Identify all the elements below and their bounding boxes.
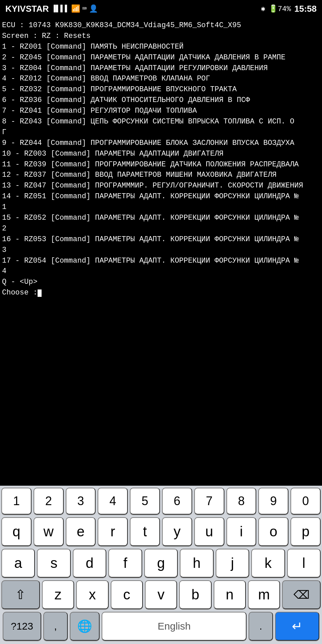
terminal-line: 4 - RZ012 [Command] ВВОД ПАРАМЕТРОВ КЛАП… — [2, 73, 320, 84]
key-o[interactable]: o — [258, 517, 288, 546]
period-key[interactable]: . — [249, 612, 273, 641]
terminal-line: Choose : — [2, 287, 320, 298]
key-d[interactable]: d — [73, 549, 106, 578]
key-i[interactable]: i — [226, 517, 257, 546]
key-c[interactable]: c — [111, 580, 143, 609]
key-u[interactable]: u — [194, 517, 224, 546]
backspace-icon: ⌫ — [293, 588, 310, 601]
terminal-line: 6 - RZ036 [Command] ДАТЧИК ОТНОСИТЕЛЬНОГ… — [2, 95, 320, 106]
status-left: KYIVSTAR ▐▌▌▌ 📶 ⌨ 👤 — [5, 4, 98, 14]
key-2[interactable]: 2 — [34, 488, 64, 515]
time-label: 15:58 — [294, 4, 317, 14]
key-x[interactable]: x — [76, 580, 108, 609]
terminal-line: 1 - RZ001 [Command] ПАМЯТЬ НЕИСПРАВНОСТЕ… — [2, 42, 320, 52]
user-icon: 👤 — [89, 4, 98, 13]
terminal-line: 7 - RZ041 [Command] РЕГУЛЯТОР ПОДАЧИ ТОП… — [2, 106, 320, 116]
key-w[interactable]: w — [34, 517, 64, 546]
num123-key[interactable]: ?123 — [3, 612, 41, 641]
keyboard[interactable]: 1234567890 qwertyuiop asdfghjkl ⇧zxcvbnm… — [0, 486, 322, 644]
terminal-lines: ECU : 10743 K9K830_K9K834_DCM34_Vdiag45_… — [2, 20, 320, 298]
terminal-line: 15 - RZ052 [Command] ПАРАМЕТРЫ АДАПТ. КО… — [2, 213, 320, 223]
comma-key[interactable]: , — [43, 612, 67, 641]
key-3[interactable]: 3 — [66, 488, 96, 515]
terminal-line: 11 - RZ039 [Command] ПРОГРАММИРОВАНИЕ ДА… — [2, 159, 320, 170]
terminal-line: Q - <Up> — [2, 277, 320, 287]
key-l[interactable]: l — [287, 549, 321, 578]
key-j[interactable]: j — [216, 549, 249, 578]
terminal-line: 3 — [2, 245, 320, 256]
key-e[interactable]: e — [66, 517, 96, 546]
terminal-line: 4 — [2, 266, 320, 277]
battery-icon: 🔋74% — [269, 4, 291, 13]
globe-icon: 🌐 — [77, 619, 92, 633]
terminal-line: 2 - RZ045 [Command] ПАРАМЕТРЫ АДАПТАЦИИ … — [2, 52, 320, 63]
keyboard-icon: ⌨ — [82, 4, 87, 13]
terminal-line: 9 - RZ044 [Command] ПРОГРАММИРОВАНИЕ БЛО… — [2, 138, 320, 149]
key-5[interactable]: 5 — [130, 488, 160, 515]
status-bar: KYIVSTAR ▐▌▌▌ 📶 ⌨ 👤 ✱ 🔋74% 15:58 — [0, 0, 322, 17]
key-f[interactable]: f — [108, 549, 142, 578]
backspace-key[interactable]: ⌫ — [282, 580, 321, 609]
terminal-line: 3 - RZ004 [Command] ПАРАМЕТРЫ АДАПТАЦИИ … — [2, 63, 320, 74]
key-8[interactable]: 8 — [226, 488, 257, 515]
carrier-label: KYIVSTAR — [5, 4, 49, 14]
key-4[interactable]: 4 — [98, 488, 128, 515]
key-a[interactable]: a — [1, 549, 35, 578]
key-6[interactable]: 6 — [162, 488, 192, 515]
key-k[interactable]: k — [251, 549, 285, 578]
alpha-row-2: asdfghjkl — [0, 547, 322, 578]
shift-icon: ⇧ — [15, 587, 26, 602]
key-r[interactable]: r — [98, 517, 128, 546]
terminal-line: 16 - RZ053 [Command] ПАРАМЕТРЫ АДАПТ. КО… — [2, 234, 320, 245]
key-y[interactable]: y — [162, 517, 192, 546]
return-key[interactable]: ↵ — [275, 612, 319, 641]
alpha-row-3: ⇧zxcvbnm⌫ — [0, 578, 322, 610]
terminal-line: ECU : 10743 K9K830_K9K834_DCM34_Vdiag45_… — [2, 20, 320, 31]
terminal-line: 17 - RZ054 [Command] ПАРАМЕТРЫ АДАПТ. КО… — [2, 256, 320, 266]
return-icon: ↵ — [292, 619, 303, 634]
wifi-icon: 📶 — [71, 4, 80, 13]
key-z[interactable]: z — [42, 580, 74, 609]
terminal: ECU : 10743 K9K830_K9K834_DCM34_Vdiag45_… — [0, 17, 322, 486]
status-right: ✱ 🔋74% 15:58 — [261, 4, 317, 14]
key-1[interactable]: 1 — [1, 488, 32, 515]
bluetooth-icon: ✱ — [261, 4, 265, 13]
terminal-line: 13 - RZ047 [Command] ПРОГРАМММИР. РЕГУЛ/… — [2, 180, 320, 191]
key-v[interactable]: v — [145, 580, 177, 609]
terminal-line: 2 — [2, 223, 320, 234]
key-n[interactable]: n — [214, 580, 246, 609]
terminal-line: 12 - RZ037 [Command] ВВОД ПАРАМЕТРОВ МИШ… — [2, 170, 320, 180]
num-row: 1234567890 — [0, 486, 322, 515]
globe-key[interactable]: 🌐 — [70, 612, 100, 641]
shift-key[interactable]: ⇧ — [1, 580, 40, 609]
terminal-line: 1 — [2, 202, 320, 213]
key-t[interactable]: t — [130, 517, 160, 546]
terminal-line: Г — [2, 127, 320, 138]
key-s[interactable]: s — [37, 549, 70, 578]
terminal-line: 14 - RZ051 [Command] ПАРАМЕТРЫ АДАПТ. КО… — [2, 191, 320, 202]
key-q[interactable]: q — [1, 517, 32, 546]
battery-level: 74 — [278, 5, 286, 13]
space-key[interactable]: English — [102, 612, 247, 641]
alpha-row-1: qwertyuiop — [0, 515, 322, 547]
terminal-line: 8 - RZ043 [Command] ЦЕПЬ ФОРСУНКИ СИСТЕМ… — [2, 116, 320, 127]
bottom-row: ?123,🌐English.↵ — [0, 610, 322, 643]
key-h[interactable]: h — [180, 549, 213, 578]
terminal-line: 10 - RZ003 [Command] ПАРАМЕТРЫ АДАПТАЦИИ… — [2, 149, 320, 159]
terminal-line: 5 - RZ032 [Command] ПРОГРАММИРОВАНИЕ ВПУ… — [2, 84, 320, 95]
terminal-line: Screen : RZ : Resets — [2, 31, 320, 42]
key-b[interactable]: b — [179, 580, 211, 609]
key-g[interactable]: g — [144, 549, 178, 578]
key-7[interactable]: 7 — [194, 488, 224, 515]
status-icons: ▐▌▌▌ 📶 ⌨ 👤 — [52, 4, 98, 13]
signal-icon: ▐▌▌▌ — [52, 5, 69, 13]
key-0[interactable]: 0 — [290, 488, 321, 515]
key-p[interactable]: p — [290, 517, 321, 546]
key-9[interactable]: 9 — [258, 488, 288, 515]
key-m[interactable]: m — [248, 580, 280, 609]
